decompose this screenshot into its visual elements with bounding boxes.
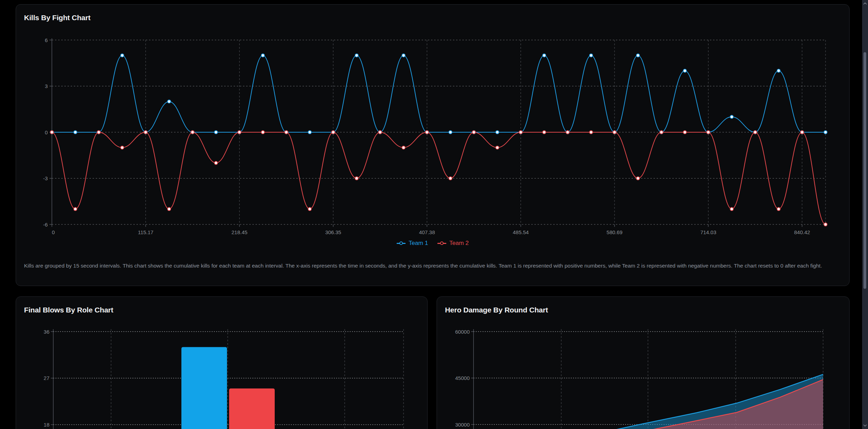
chevron-up-icon <box>863 2 867 5</box>
team2-data-point <box>167 207 171 210</box>
team2-data-point <box>425 131 429 134</box>
team2-data-point <box>636 177 640 180</box>
kills-by-fight-chart: 630-3-60115.17218.45306.35407.38485.5458… <box>16 33 834 247</box>
team1-data-point <box>730 115 733 118</box>
team2-data-point <box>496 146 499 149</box>
team2-data-point <box>355 177 358 180</box>
x-axis-tick-label: 485.54 <box>513 229 529 235</box>
team2-data-point <box>402 146 405 149</box>
legend-item-team1[interactable]: Team 1 <box>397 240 428 247</box>
team2-bar <box>229 388 275 429</box>
team1-line-marker-icon <box>397 241 406 245</box>
team1-data-point <box>683 69 687 72</box>
x-axis-tick-label: 407.38 <box>419 229 435 235</box>
team2-data-point <box>730 207 733 210</box>
team1-data-point <box>121 54 124 57</box>
chart-description: Kills are grouped by 15 second intervals… <box>24 261 835 270</box>
team2-data-point <box>308 207 311 210</box>
x-axis-tick-label: 580.69 <box>607 229 623 235</box>
team1-line <box>52 55 826 132</box>
scrollbar-track[interactable] <box>862 0 868 429</box>
y-axis-tick-label: -6 <box>43 222 48 228</box>
team2-data-point <box>660 131 663 134</box>
scrollbar-thumb[interactable] <box>863 52 866 289</box>
y-axis-tick-label: 3 <box>45 83 48 89</box>
team2-line-marker-icon <box>437 241 446 245</box>
team2-data-point <box>543 131 546 134</box>
scroll-up-button[interactable] <box>862 1 868 6</box>
team2-data-point <box>589 131 593 134</box>
team2-data-point <box>472 131 476 134</box>
team2-data-point <box>519 131 522 134</box>
team1-data-point <box>543 54 546 57</box>
team2-data-point <box>707 131 710 134</box>
team1-data-point <box>402 54 405 57</box>
team2-data-point <box>285 131 288 134</box>
team1-data-point <box>167 100 171 103</box>
chart-title-hero-damage: Hero Damage By Round Chart <box>445 306 548 314</box>
team2-data-point <box>683 131 687 134</box>
y-axis-tick-label: 36 <box>44 329 49 335</box>
team1-data-point <box>261 54 265 57</box>
team2-data-point <box>754 131 757 134</box>
hero-damage-by-round-chart: 600004500030000 <box>437 327 850 429</box>
team2-data-point <box>121 146 124 149</box>
team1-data-point <box>449 131 452 134</box>
x-axis-tick-label: 306.35 <box>325 229 341 235</box>
team1-data-point <box>214 131 218 134</box>
team2-data-point <box>214 161 218 165</box>
chart-title-kills-by-fight: Kills By Fight Chart <box>24 14 91 22</box>
team2-data-point <box>777 207 780 210</box>
team2-data-point <box>50 131 54 134</box>
y-axis-tick-label: 0 <box>45 129 48 135</box>
y-axis-tick-label: 18 <box>44 422 49 428</box>
final-blows-by-role-chart: 362718 <box>16 327 428 429</box>
scroll-down-button[interactable] <box>862 423 868 428</box>
team2-data-point <box>613 131 616 134</box>
team2-data-point <box>378 131 382 134</box>
legend-item-team2[interactable]: Team 2 <box>437 240 469 247</box>
legend-label-team2: Team 2 <box>449 240 469 247</box>
team2-data-point <box>824 223 827 226</box>
x-axis-tick-label: 0 <box>52 229 55 235</box>
team2-data-point <box>144 131 147 134</box>
team2-data-point <box>800 131 804 134</box>
x-axis-tick-label: 218.45 <box>232 229 248 235</box>
team1-data-point <box>589 54 593 57</box>
team1-data-point <box>74 131 77 134</box>
team1-data-point <box>496 131 499 134</box>
team2-data-point <box>566 131 569 134</box>
chevron-down-icon <box>863 424 867 427</box>
x-axis-tick-label: 115.17 <box>138 229 154 235</box>
team1-data-point <box>308 131 311 134</box>
legend-label-team1: Team 1 <box>409 240 428 247</box>
team2-data-point <box>332 131 335 134</box>
y-axis-tick-label: 45000 <box>455 375 470 381</box>
team2-data-point <box>97 131 100 134</box>
hero-damage-by-round-card: Hero Damage By Round Chart 6000045000300… <box>437 296 850 429</box>
x-axis-tick-label: 714.03 <box>700 229 716 235</box>
y-axis-tick-label: 30000 <box>455 422 470 428</box>
y-axis-tick-label: -3 <box>43 175 48 181</box>
team1-data-point <box>824 131 827 134</box>
team1-data-point <box>777 69 780 72</box>
team2-data-point <box>449 177 452 180</box>
team1-bar <box>181 347 227 429</box>
y-axis-tick-label: 6 <box>45 37 48 43</box>
team1-data-point <box>355 54 358 57</box>
team2-data-point <box>238 131 241 134</box>
chart-legend: Team 1 Team 2 <box>16 240 849 247</box>
chart-title-final-blows: Final Blows By Role Chart <box>24 306 113 314</box>
team2-data-point <box>261 131 265 134</box>
team2-data-point <box>191 131 194 134</box>
team2-data-point <box>74 207 77 210</box>
x-axis-tick-label: 840.42 <box>794 229 810 235</box>
y-axis-tick-label: 27 <box>44 375 49 381</box>
final-blows-by-role-card: Final Blows By Role Chart 362718 <box>16 296 428 429</box>
y-axis-tick-label: 60000 <box>455 329 470 335</box>
kills-by-fight-card: Kills By Fight Chart 630-3-60115.17218.4… <box>16 4 850 286</box>
team1-data-point <box>636 54 640 57</box>
